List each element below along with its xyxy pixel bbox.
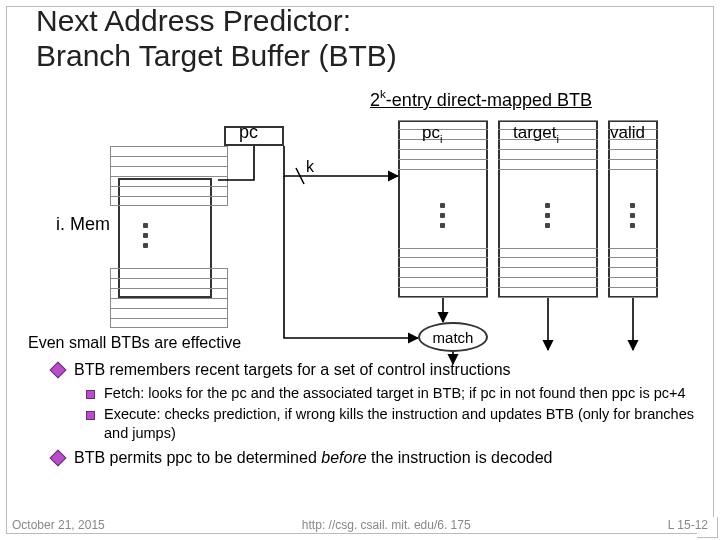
subtitle-pre: 2 <box>370 90 380 110</box>
imem-label: i. Mem <box>56 214 110 235</box>
col-pci: pci <box>422 123 442 144</box>
subtitle-sup: k <box>380 87 386 100</box>
bullet-1: BTB remembers recent targets for a set o… <box>52 360 700 380</box>
bullet-list: BTB remembers recent targets for a set o… <box>52 356 700 473</box>
footer: October 21, 2015 http: //csg. csail. mit… <box>12 518 708 532</box>
btb-array: pci targeti valid <box>398 120 668 298</box>
btb-dots-1 <box>440 198 446 233</box>
bullet-3: BTB permits ppc to be determined before … <box>52 448 700 468</box>
col-pci-sub: i <box>440 133 442 145</box>
footer-page: L 15-12 <box>668 518 708 532</box>
btb-subtitle: 2k-entry direct-mapped BTB <box>370 88 592 111</box>
bullet-2b: Execute: checks prediction, if wrong kil… <box>86 405 700 442</box>
col-target-sub: i <box>556 133 558 145</box>
footer-date: October 21, 2015 <box>12 518 105 532</box>
title-line-1: Next Address Predictor: <box>36 4 351 37</box>
col-pci-pre: pc <box>422 123 440 142</box>
col-valid: valid <box>610 123 645 143</box>
imem-dots <box>143 218 149 253</box>
title-line-2: Branch Target Buffer (BTB) <box>36 39 397 72</box>
col-target-pre: target <box>513 123 556 142</box>
imem-block <box>118 178 212 298</box>
slide-title: Next Address Predictor: Branch Target Bu… <box>36 4 397 73</box>
bullet-3-post: the instruction is decoded <box>367 449 553 466</box>
subtitle-post: -entry direct-mapped BTB <box>386 90 592 110</box>
bullet-3-pre: BTB permits ppc to be determined <box>74 449 321 466</box>
note-effective: Even small BTBs are effective <box>28 334 241 352</box>
btb-dots-3 <box>630 198 636 233</box>
pc-label: pc <box>239 122 258 143</box>
col-target: targeti <box>513 123 559 144</box>
bullet-1-text: BTB remembers recent targets for a set o… <box>74 361 511 378</box>
footer-url: http: //csg. csail. mit. edu/6. 175 <box>302 518 471 532</box>
k-bits-label: k <box>306 158 314 176</box>
match-gate: match <box>418 322 488 352</box>
btb-dots-2 <box>545 198 551 233</box>
bullet-3-em: before <box>321 449 366 466</box>
bullet-2a: Fetch: looks for the pc and the associat… <box>86 384 700 403</box>
